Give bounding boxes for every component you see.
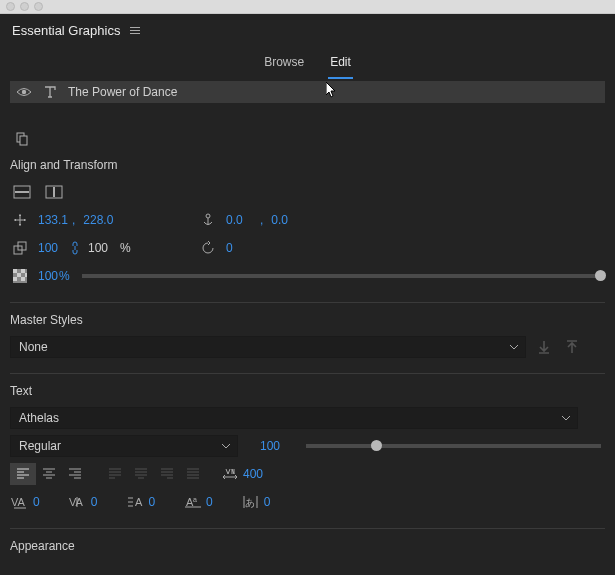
justify-last-center-button [128,463,154,485]
svg-rect-12 [21,269,25,273]
rotate-value[interactable]: 0 [226,241,260,255]
layer-name: The Power of Dance [68,85,599,99]
kerning2-value[interactable]: 0 [91,495,98,509]
svg-text:VA: VA [11,496,26,508]
section-master-styles: Master Styles [10,313,605,327]
master-style-selected: None [19,340,48,354]
kerning2-icon: VA [68,495,88,509]
font-family-selected: Athelas [19,411,59,425]
chevron-down-icon [509,343,519,351]
svg-text:a: a [193,496,197,503]
position-separator: , [72,213,75,227]
opacity-icon [10,269,30,283]
tracking-icon [220,468,240,480]
svg-rect-4 [15,191,29,193]
tab-browse[interactable]: Browse [264,49,304,75]
anchor-x[interactable]: 0.0 [226,213,260,227]
visibility-icon[interactable] [16,84,32,100]
svg-point-7 [206,214,210,218]
leading-icon: A [125,495,145,509]
chevron-down-icon [561,414,571,422]
master-style-dropdown[interactable]: None [10,336,526,358]
traffic-light-max[interactable] [34,2,43,11]
section-text: Text [10,384,605,398]
align-horizontal-icon[interactable] [10,181,34,203]
tracking-value[interactable]: 400 [243,467,263,481]
horizontal-align-group [10,463,88,485]
link-scale-icon[interactable] [70,241,80,255]
svg-rect-16 [21,277,25,281]
position-icon [10,213,30,227]
anchor-y[interactable]: 0.0 [271,213,305,227]
leading-value[interactable]: 0 [148,495,155,509]
font-family-dropdown[interactable]: Athelas [10,407,578,429]
baseline-value[interactable]: 0 [206,495,213,509]
align-center-button[interactable] [36,463,62,485]
align-right-button[interactable] [62,463,88,485]
align-vertical-icon[interactable] [42,181,66,203]
kerning-icon: VA [10,495,30,509]
section-appearance: Appearance [10,539,605,553]
kerning-value[interactable]: 0 [33,495,40,509]
font-size[interactable]: 100 [260,439,294,453]
layer-row[interactable]: The Power of Dance [10,81,605,103]
justify-all-button [180,463,206,485]
pin-panel-icon[interactable] [10,128,34,150]
opacity-slider[interactable] [82,274,601,278]
window-titlebar [0,0,615,14]
position-x[interactable]: 133.1 [38,213,72,227]
svg-rect-14 [25,273,27,277]
opacity-value[interactable]: 100% [38,269,70,283]
tab-bar: Browse Edit [0,46,615,78]
justify-last-left-button [102,463,128,485]
justify-group [102,463,206,485]
svg-text:VA: VA [69,496,84,508]
font-weight-selected: Regular [19,439,61,453]
tsume-icon: あ [241,495,261,509]
chevron-down-icon [221,442,231,450]
svg-text:あ: あ [245,497,255,508]
scale-icon [10,241,30,255]
traffic-light-min[interactable] [20,2,29,11]
svg-rect-2 [20,136,27,145]
position-y[interactable]: 228.0 [83,213,117,227]
scale-unit: % [120,241,131,255]
font-weight-dropdown[interactable]: Regular [10,435,238,457]
panel-header: Essential Graphics [0,14,615,46]
text-layer-icon [42,84,58,100]
align-left-button[interactable] [10,463,36,485]
baseline-icon: Aa [183,495,203,509]
panel-title: Essential Graphics [12,23,120,38]
svg-point-0 [22,90,26,94]
justify-last-right-button [154,463,180,485]
rotate-icon [198,241,218,255]
svg-rect-13 [17,273,21,277]
panel-menu-icon[interactable] [130,27,140,34]
svg-rect-11 [13,269,17,273]
anchor-icon [198,213,218,227]
section-align-transform: Align and Transform [10,158,605,172]
svg-text:A: A [135,496,143,508]
push-style-up-button[interactable] [562,336,582,358]
push-style-down-button[interactable] [534,336,554,358]
scale-width[interactable]: 100 [38,241,62,255]
tab-edit[interactable]: Edit [330,49,351,75]
svg-rect-6 [53,187,55,197]
scale-height[interactable]: 100 [88,241,112,255]
svg-rect-15 [13,277,17,281]
traffic-light-close[interactable] [6,2,15,11]
tsume-value[interactable]: 0 [264,495,271,509]
font-size-slider[interactable] [306,444,601,448]
anchor-separator: , [260,213,263,227]
